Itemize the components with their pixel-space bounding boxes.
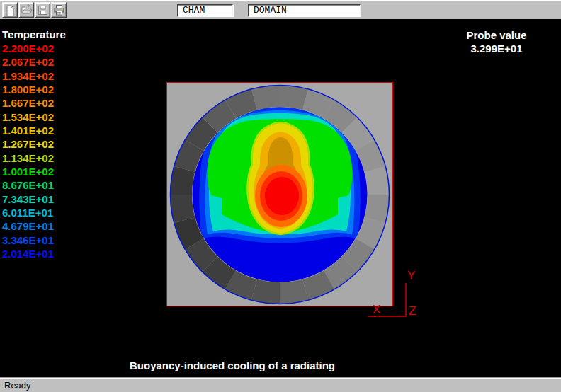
cham-field[interactable]: [177, 4, 233, 16]
legend-entry: 1.800E+02: [2, 83, 66, 96]
toolbar: [0, 0, 561, 19]
legend-entry: 4.679E+01: [2, 219, 66, 233]
legend-entry: 1.934E+02: [2, 69, 66, 83]
open-button[interactable]: [18, 2, 34, 18]
contour-plot[interactable]: YZX: [0, 19, 561, 377]
legend-entry: 1.401E+02: [2, 124, 66, 137]
legend-title: Temperature: [2, 28, 66, 42]
legend-entry: 8.676E+01: [2, 178, 66, 192]
save-floppy-icon: [37, 4, 49, 16]
legend-entry: 1.534E+02: [2, 110, 66, 124]
legend-entry: 6.011E+01: [2, 206, 66, 219]
axis-y-label: Y: [407, 269, 415, 282]
plot-caption: Buoyancy-induced cooling of a radiating: [130, 359, 335, 371]
axis-x-label: X: [373, 303, 380, 316]
legend-entry: 2.200E+02: [2, 42, 66, 55]
legend-entry: 2.014E+01: [2, 247, 66, 260]
legend-values: 2.200E+022.067E+021.934E+021.800E+021.66…: [2, 42, 66, 261]
hot-core: [265, 177, 299, 215]
probe-label: Probe value: [454, 28, 539, 42]
photon-viewer-window: { "toolbar": { "buttons": [ {"name": "ne…: [0, 0, 561, 392]
save-button[interactable]: [35, 2, 50, 18]
new-button[interactable]: [2, 2, 18, 18]
axis-z-label: Z: [409, 304, 416, 318]
legend-entry: 7.343E+01: [2, 192, 66, 206]
legend-entry: 2.067E+02: [2, 55, 66, 69]
printer-icon: [53, 4, 65, 16]
legend-entry: 1.267E+02: [2, 137, 66, 151]
open-folder-icon: [21, 4, 33, 16]
legend-entry: 1.001E+02: [2, 165, 66, 178]
print-button[interactable]: [51, 2, 67, 18]
probe-value: 3.299E+01: [454, 42, 539, 55]
domain-field[interactable]: [248, 4, 361, 16]
graphics-viewport: YZX: [0, 19, 561, 377]
status-bar: Ready SATELLITE Command Prompt: [0, 377, 561, 392]
new-document-icon: [4, 4, 16, 16]
legend-entry: 1.667E+02: [2, 96, 66, 110]
probe-readout: Probe value 3.299E+01: [454, 28, 539, 55]
temperature-legend: Temperature 2.200E+022.067E+021.934E+021…: [2, 28, 66, 261]
status-text: Ready: [4, 380, 31, 391]
legend-entry: 3.346E+01: [2, 234, 66, 247]
legend-entry: 1.134E+02: [2, 151, 66, 165]
